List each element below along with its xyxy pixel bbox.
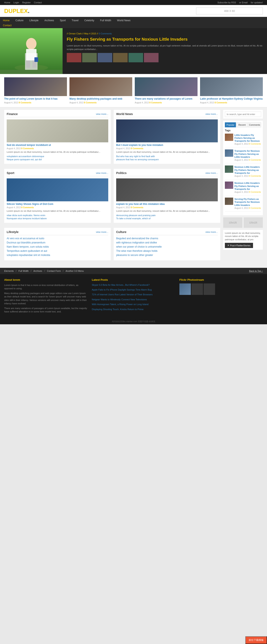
tab-recent[interactable]: Recent (236, 122, 247, 127)
hero-thumb-6[interactable] (144, 53, 159, 62)
fnav-contact-form[interactable]: Contact Form (47, 270, 61, 272)
nav-item-fullwidth[interactable]: Full Width (97, 17, 114, 24)
lifestyle-link-3[interactable]: Temporibus autem quibusdam et aut (7, 250, 108, 252)
nav-item-sport[interactable]: Sport (57, 17, 69, 24)
featured-meta-1: August 4, 2013 8 Comments (4, 102, 67, 104)
lifestyle-link-2[interactable]: Nam libero tempore, cum soluta nobis (7, 245, 108, 248)
worldnews-link-1[interactable]: But who has any right to find fault with (116, 155, 218, 158)
sport-view-more[interactable]: view more... (96, 172, 108, 174)
topbar-contact[interactable]: Contact (34, 1, 42, 4)
sport-link-2[interactable]: Numquam eius tempora incidunt labore (7, 217, 108, 220)
sidebar-ad-2[interactable]: 125x125 (244, 218, 263, 228)
worldnews-post-title[interactable]: But I must explain to you how mistaken (116, 144, 218, 147)
lifestyle-link-0[interactable]: At vero eos et accusamus et iusto (7, 237, 108, 240)
finance-post-img (7, 120, 108, 142)
tab-buttons: Popular Recent Comments (225, 122, 261, 127)
hero-date: May 4 2015 (84, 32, 96, 35)
culture-link-0[interactable]: Beguiled and demoralized the charms (116, 237, 218, 240)
flickr-thumb-2[interactable] (191, 284, 203, 295)
featured-item-1: The point of using Lorem Ipsum is that i… (4, 77, 67, 104)
hero-thumb-3[interactable] (98, 53, 112, 62)
featured-img-1 (4, 77, 67, 96)
hero-title[interactable]: Fly Fishers Serving as Transports for No… (67, 36, 263, 42)
sidebar-ad-1[interactable]: 125x125 (223, 218, 242, 228)
sidebar-post-title-3[interactable]: Noxious Little Invaders Fly Fishers Serv… (234, 166, 261, 174)
top-bar-subscribe: Subscribe by RSS or Email for updates! (217, 1, 263, 4)
lifestyle-link-4[interactable]: voluptates repudiandae sint et molestia (7, 254, 108, 256)
politics-post-title[interactable]: explain to you how all this mistaken ide… (116, 202, 218, 206)
tab-comments[interactable]: Comments (248, 122, 261, 127)
back-to-top[interactable]: Back to Top ↑ (249, 270, 263, 272)
footer-about-p2: Many desktop publishing packages and web… (4, 292, 88, 305)
footer-post-1: Skype 5.0 Beta for Mac Arrives...But Whe… (92, 284, 175, 286)
nav-item-travel[interactable]: Travel (69, 17, 81, 24)
fnav-elements[interactable]: Elements (4, 270, 14, 272)
politics-link-2[interactable]: To take a trivial example, which of (116, 217, 218, 220)
finance-view-more[interactable]: view more... (96, 113, 108, 115)
finance-post-title[interactable]: Sed do eiusmod tempor incididunt ut (7, 144, 108, 147)
featured-meta-2: August 4, 2013 8 Comments (70, 102, 132, 104)
search-input[interactable] (225, 112, 261, 117)
worldnews-post-excerpt: Lorem ipsum ex vix illud nonummy, novum … (116, 150, 218, 154)
sidebar-post-5: Serving Fly Fishers as Transports for No… (225, 198, 261, 212)
culture-view-more[interactable]: view more... (205, 231, 218, 233)
fnav-archives[interactable]: Archives (33, 270, 42, 272)
sport-link-1[interactable]: vitae dicta sunt explicabo. Nemo enim (7, 214, 108, 216)
watermark: 何问你社区bbs.xianlao.com 买图不找图-你来找 (0, 319, 267, 324)
lifestyle-link-1[interactable]: Ducimus qui blanditiis praesentium (7, 241, 108, 244)
tab-popular[interactable]: Popular (225, 122, 236, 127)
lifestyle-view-more[interactable]: view more... (96, 231, 108, 233)
hero-thumb-5[interactable] (128, 53, 143, 62)
finance-link-2[interactable]: Neque porro quisquam est, qui dol (7, 158, 108, 161)
culture-link-2[interactable]: when our power of choice is untrammelle (116, 245, 218, 248)
logo[interactable]: DUPLEX. (4, 8, 30, 14)
lifestyle-culture-row: Lifestyle view more... At vero eos et ac… (4, 228, 220, 263)
hero-thumb-4[interactable] (113, 53, 128, 62)
culture-link-1[interactable]: with righteous indignation and dislike (116, 241, 218, 244)
flickr-thumb-1[interactable] (179, 284, 191, 295)
sidebar-twitter: Lorem ipsum ex vix illud nonummy, novum … (223, 230, 263, 250)
hero-thumb-2[interactable] (82, 53, 97, 62)
email-link[interactable]: Email (242, 1, 247, 4)
featured-title-4[interactable]: Latin professor at Hampden-Sydney Colleg… (200, 97, 263, 101)
worldnews-header: World News view more... (116, 112, 218, 117)
worldnews-view-more[interactable]: view more... (205, 113, 218, 115)
nav-contact[interactable]: Contact (3, 24, 12, 27)
topbar-login[interactable]: Login (13, 1, 19, 4)
culture-link-3[interactable]: The wise man therefore always holds (116, 250, 218, 252)
rss-link[interactable]: RSS (231, 1, 236, 4)
sidebar-post-3: Noxious Little Invaders Fly Fishers Serv… (225, 166, 261, 180)
culture-link-4[interactable]: pleasures to secure other greater (116, 254, 218, 256)
sport-post-title[interactable]: Silicon Valley Shows Signs of Dot-Com (7, 202, 108, 206)
finance-link-1[interactable]: voluptatem accusantium doloremque (7, 155, 108, 158)
fnav-another-menu[interactable]: Another 3.0 Menu (66, 270, 84, 272)
hero-author: Orman Clark (69, 32, 82, 35)
nav-item-home[interactable]: Home (0, 17, 13, 24)
sidebar-post-content-4: Noxious Little Invaders Fly Fishers Serv… (234, 182, 261, 193)
nav-item-lifestyle[interactable]: Lifestyle (27, 17, 42, 24)
worldnews-link-2[interactable]: pleasure that has no annoying consequen (116, 158, 218, 161)
featured-title-1[interactable]: The point of using Lorem Ipsum is that i… (4, 97, 67, 101)
fnav-fullwidth[interactable]: Full Width (19, 270, 29, 272)
featured-title-2[interactable]: Many desktop publishing packages and web (70, 97, 132, 101)
hero-thumb-1[interactable] (67, 53, 81, 62)
featured-title-3[interactable]: There are many variations of passages of… (135, 97, 197, 101)
footer-about-title: About lorem (4, 278, 88, 281)
nav-item-archives[interactable]: Archives (42, 17, 57, 24)
nav-item-worldnews[interactable]: World News (114, 17, 133, 24)
politics-view-more[interactable]: view more... (205, 172, 218, 174)
sidebar-post-title-4[interactable]: Noxious Little Invaders Fly Fishers Serv… (234, 182, 261, 190)
topbar-home[interactable]: Home (4, 1, 10, 4)
nav-item-culture[interactable]: Culture (13, 17, 27, 24)
main-nav: Home Culture Lifestyle Archives Sport Tr… (0, 17, 267, 28)
politics-link-1[interactable]: denouncing pleasure and praising pain (116, 214, 218, 216)
sidebar-post-title-5[interactable]: Serving Fly Fishers as Transports for No… (234, 198, 261, 206)
topbar-register[interactable]: Register (22, 1, 31, 4)
footer-latest: Latest Posts Skype 5.0 Beta for Mac Arri… (92, 278, 175, 315)
sidebar-post-title-1[interactable]: Little Invaders Fly Fishers Serving as T… (234, 134, 261, 142)
flickr-thumb-3[interactable] (204, 284, 215, 295)
sidebar-post-title-2[interactable]: Transports for Noxious Fly Fishers Servi… (234, 150, 261, 158)
nav-item-celebrity[interactable]: Celebrity (81, 17, 97, 24)
sport-section: Sport view more... Silicon Valley Shows … (4, 169, 111, 223)
twitter-btn[interactable]: ✕ Post #TwitterStories (225, 243, 253, 248)
